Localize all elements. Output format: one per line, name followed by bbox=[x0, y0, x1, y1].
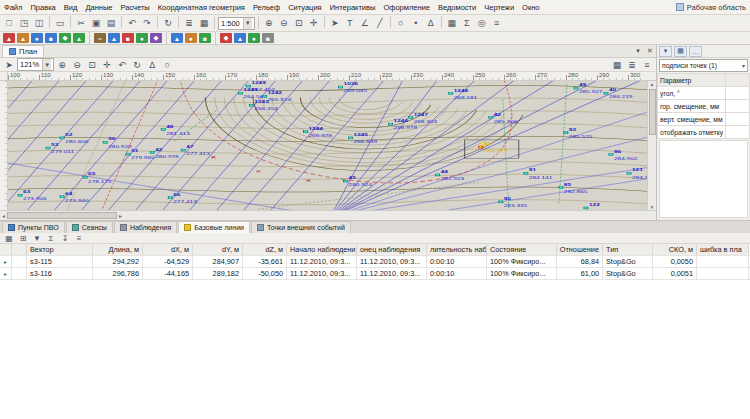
points-layer-icon[interactable]: ● bbox=[31, 33, 43, 43]
survey-point[interactable] bbox=[60, 196, 64, 198]
survey-point[interactable] bbox=[181, 149, 185, 151]
survey-point[interactable] bbox=[126, 153, 130, 155]
column-header-13[interactable]: СКО, м bbox=[653, 244, 697, 255]
table-row[interactable]: ▸s3-116296,786-44,165289,182-50,05011.12… bbox=[0, 268, 750, 280]
workspace-switcher[interactable]: Рабочая область bbox=[676, 3, 750, 12]
survey-point[interactable] bbox=[150, 152, 154, 154]
zoom-extents-icon[interactable]: ⊡ bbox=[292, 16, 306, 30]
map-view-icon[interactable]: ▦ bbox=[197, 16, 211, 30]
column-header-8[interactable]: онец наблюдения bbox=[357, 244, 427, 255]
pan-icon[interactable]: ✛ bbox=[307, 16, 321, 30]
layers-dropdown-icon[interactable]: ▦ bbox=[674, 46, 687, 57]
menu-item-8[interactable]: Интерактивы bbox=[326, 3, 380, 12]
column-header-10[interactable]: Состояние bbox=[487, 244, 557, 255]
select-arrow-icon[interactable]: ➤ bbox=[2, 58, 16, 72]
menu-item-6[interactable]: Рельеф bbox=[249, 3, 284, 12]
table-icon[interactable]: ▦ bbox=[445, 16, 459, 30]
column-header-11[interactable]: Отношение bbox=[557, 244, 603, 255]
import-tps-icon[interactable]: ▲ bbox=[17, 33, 29, 43]
menu-item-7[interactable]: Ситуация bbox=[284, 3, 326, 12]
export-tool-icon[interactable]: ● bbox=[185, 33, 197, 43]
layer-list-icon[interactable]: ≣ bbox=[625, 58, 639, 72]
node-tool-icon[interactable]: ○ bbox=[394, 16, 408, 30]
menu-item-2[interactable]: Вид bbox=[60, 3, 82, 12]
paste-icon[interactable]: ▤ bbox=[104, 16, 118, 30]
zoom-in-icon[interactable]: ⊕ bbox=[55, 58, 69, 72]
situation-tool-icon[interactable]: ▲ bbox=[108, 33, 120, 43]
survey-point[interactable] bbox=[479, 146, 483, 148]
baseline-vector[interactable] bbox=[331, 137, 647, 210]
tab-0[interactable]: Пункты ПВО bbox=[2, 221, 65, 233]
sheet-tool-icon[interactable]: ■ bbox=[122, 33, 134, 43]
survey-point[interactable] bbox=[103, 141, 107, 143]
tab-4[interactable]: Точки внешних событий bbox=[251, 221, 351, 233]
column-header-12[interactable]: Тип bbox=[603, 244, 653, 255]
column-header-6[interactable]: dZ, м bbox=[243, 244, 287, 255]
survey-point[interactable] bbox=[559, 187, 563, 189]
menu-item-5[interactable]: Координатная геометрия bbox=[154, 3, 249, 12]
column-header-3[interactable]: Длина, м bbox=[93, 244, 143, 255]
previous-view-icon[interactable]: ↶ bbox=[115, 58, 129, 72]
horizontal-scrollbar[interactable]: ◄ ► bbox=[0, 210, 656, 220]
undo-icon[interactable]: ↶ bbox=[125, 16, 139, 30]
zoom-out-icon[interactable]: ⊖ bbox=[70, 58, 84, 72]
survey-point[interactable] bbox=[168, 197, 172, 199]
zoom-window-icon[interactable]: ⊡ bbox=[85, 58, 99, 72]
grid-tool-icon[interactable]: ● bbox=[136, 33, 148, 43]
report-tool-icon[interactable]: ▲ bbox=[171, 33, 183, 43]
menu-icon[interactable]: ≡ bbox=[73, 234, 85, 243]
print-icon[interactable]: ▭ bbox=[53, 16, 67, 30]
survey-point[interactable] bbox=[524, 172, 528, 174]
window-menu-icon[interactable]: ▾ bbox=[632, 46, 644, 57]
parameter-value[interactable] bbox=[726, 113, 750, 126]
survey-point[interactable] bbox=[83, 176, 87, 178]
column-header-0[interactable] bbox=[0, 244, 12, 255]
scroll-up-icon[interactable]: ▲ bbox=[650, 81, 655, 87]
cut-icon[interactable]: ✂ bbox=[74, 16, 88, 30]
open-file-icon[interactable]: ◳ bbox=[17, 16, 31, 30]
map-canvas[interactable]: 53279.01152280.60650280.92951279.9654828… bbox=[8, 81, 647, 210]
baseline-vector[interactable] bbox=[331, 81, 439, 210]
search-icon[interactable]: ◎ bbox=[475, 16, 489, 30]
survey-point[interactable] bbox=[574, 87, 578, 89]
snap-icon[interactable]: ○ bbox=[160, 58, 174, 72]
menu-item-11[interactable]: Чертежи bbox=[480, 3, 518, 12]
zoom-combo[interactable]: 121% ▼ bbox=[17, 58, 54, 71]
survey-point[interactable] bbox=[161, 129, 165, 131]
tab-1[interactable]: Сеансы bbox=[66, 221, 113, 233]
survey-point[interactable] bbox=[262, 95, 266, 97]
sum-icon[interactable]: Σ bbox=[45, 234, 57, 243]
redraw-icon[interactable]: ↻ bbox=[130, 58, 144, 72]
zoom-out-icon[interactable]: ⊖ bbox=[277, 16, 291, 30]
scroll-left-icon[interactable]: ◄ bbox=[1, 213, 6, 219]
scale-combo[interactable]: 1:500 ▼ bbox=[218, 17, 255, 30]
layers-icon[interactable]: ≣ bbox=[182, 16, 196, 30]
survey-point[interactable] bbox=[564, 132, 568, 134]
parameter-value[interactable] bbox=[726, 100, 750, 113]
column-header-2[interactable]: Вектор bbox=[27, 244, 93, 255]
survey-point[interactable] bbox=[249, 104, 253, 106]
style-dropdown-icon[interactable]: ▾ bbox=[659, 46, 672, 57]
redo-icon[interactable]: ↷ bbox=[140, 16, 154, 30]
menu-item-9[interactable]: Оформление bbox=[379, 3, 434, 12]
export-icon[interactable]: ↧ bbox=[59, 234, 71, 243]
survey-point[interactable] bbox=[339, 86, 343, 88]
surface-layer-icon[interactable]: ▲ bbox=[73, 33, 85, 43]
scroll-thumb[interactable] bbox=[649, 89, 656, 135]
label-tool-icon[interactable]: ▲ bbox=[234, 33, 246, 43]
survey-point[interactable] bbox=[489, 117, 493, 119]
column-header-9[interactable]: лительность набл bbox=[427, 244, 487, 255]
table-view-icon[interactable]: ▦ bbox=[3, 234, 15, 243]
survey-point[interactable] bbox=[436, 174, 440, 176]
profile-tool-icon[interactable]: ◆ bbox=[150, 33, 162, 43]
survey-point[interactable] bbox=[409, 117, 413, 119]
parameter-value[interactable] bbox=[726, 126, 750, 139]
angle-tool-icon[interactable]: ∠ bbox=[358, 16, 372, 30]
tab-3[interactable]: Базовые линии bbox=[178, 221, 250, 233]
add-column-icon[interactable]: ⊞ bbox=[17, 234, 29, 243]
survey-point[interactable] bbox=[60, 137, 64, 139]
survey-point[interactable] bbox=[349, 137, 353, 139]
flag-tool-icon[interactable]: ◆ bbox=[220, 33, 232, 43]
survey-point[interactable] bbox=[238, 92, 242, 94]
survey-point[interactable] bbox=[18, 194, 22, 196]
